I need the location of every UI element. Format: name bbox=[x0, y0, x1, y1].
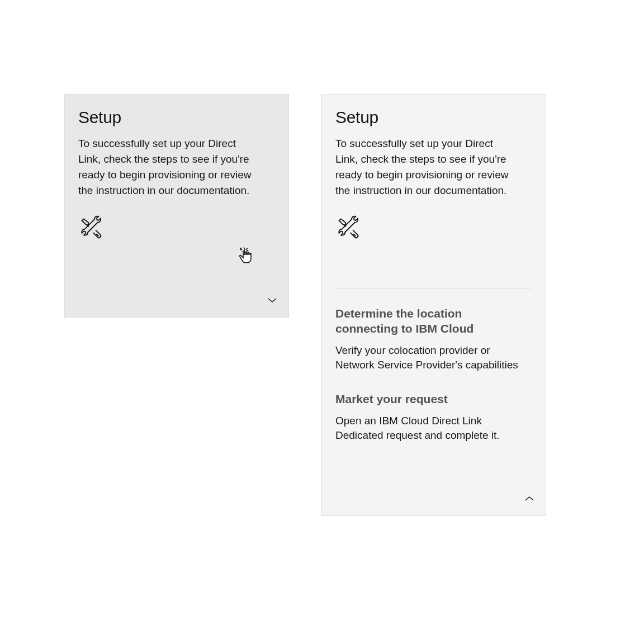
card-description: To successfully set up your Direct Link,… bbox=[335, 136, 514, 198]
step-title: Market your request bbox=[335, 392, 503, 407]
divider bbox=[335, 288, 532, 288]
chevron-up-icon[interactable] bbox=[524, 494, 534, 504]
step-title: Determine the location connecting to IBM… bbox=[335, 306, 503, 337]
card-title: Setup bbox=[78, 108, 275, 127]
chevron-down-icon[interactable] bbox=[267, 296, 277, 306]
setup-card-collapsed[interactable]: Setup To successfully set up your Direct… bbox=[64, 94, 289, 318]
setup-card-expanded[interactable]: Setup To successfully set up your Direct… bbox=[321, 94, 546, 516]
step-description: Verify your colocation provider or Netwo… bbox=[335, 343, 520, 372]
card-description: To successfully set up your Direct Link,… bbox=[78, 136, 257, 198]
step-item: Market your request Open an IBM Cloud Di… bbox=[335, 392, 532, 442]
step-description: Open an IBM Cloud Direct Link Dedicated … bbox=[335, 414, 520, 442]
tools-icon bbox=[335, 215, 532, 243]
step-item: Determine the location connecting to IBM… bbox=[335, 306, 532, 372]
card-title: Setup bbox=[335, 108, 532, 127]
tools-icon bbox=[78, 215, 275, 243]
